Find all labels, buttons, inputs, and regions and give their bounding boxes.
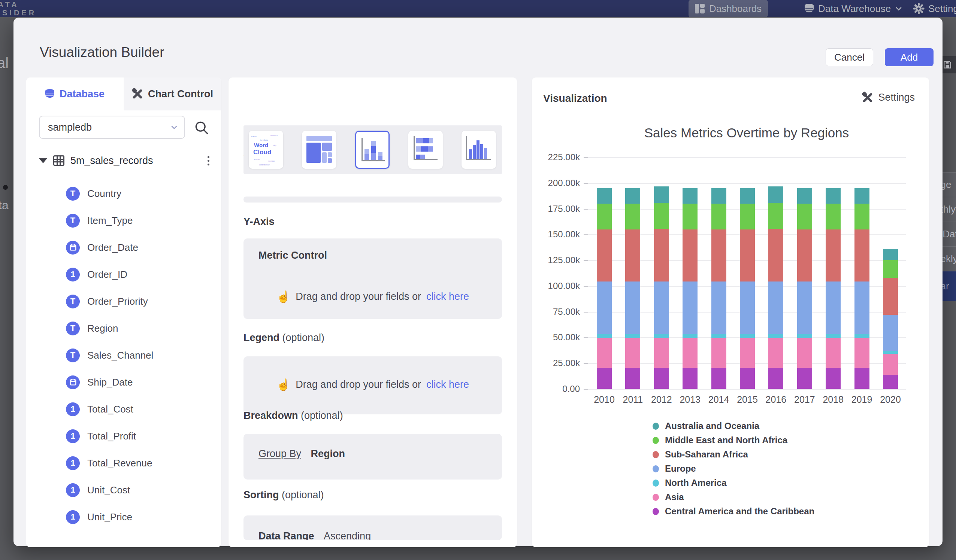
nav-dashboards[interactable]: Dashboards	[689, 0, 768, 17]
metric-control-title: Metric Control	[258, 250, 327, 261]
chevron-down-icon	[895, 6, 902, 11]
tab-database[interactable]: Database	[26, 77, 124, 110]
bar-segment	[740, 229, 755, 281]
field-list: TCountryTItem_TypeOrder_Date1Order_IDTOr…	[26, 180, 221, 530]
bar-segment	[711, 188, 726, 204]
field-row[interactable]: 1Total_Revenue	[26, 450, 221, 477]
bar-segment	[597, 338, 612, 368]
chart-type-word-cloud[interactable]: areas metrics keydata Word Cloud rely so…	[249, 131, 283, 169]
breakdown-dropzone[interactable]: Group By Region	[244, 434, 502, 480]
bar-segment	[883, 249, 898, 260]
legend-item[interactable]: Sub-Saharan Africa	[653, 447, 814, 461]
field-row[interactable]: TRegion	[26, 315, 221, 342]
chart-type-column[interactable]	[462, 131, 496, 169]
field-row[interactable]: 1Total_Profit	[26, 423, 221, 450]
x-axis-label: 2015	[732, 394, 762, 405]
tab-chart-control[interactable]: Chart Control	[124, 77, 221, 110]
search-icon[interactable]	[193, 119, 210, 136]
bar-segment	[682, 229, 698, 281]
bar-segment	[825, 229, 841, 281]
y-axis-label: 50.00k	[535, 332, 580, 342]
stacked-bar-2014	[711, 157, 726, 389]
click-here-link[interactable]: click here	[426, 379, 469, 391]
carousel-scrollbar[interactable]	[244, 196, 502, 202]
field-row[interactable]: 1Unit_Price	[26, 504, 221, 530]
table-tree-item[interactable]: 5m_sales_records	[39, 151, 210, 170]
legend-item[interactable]: Central America and the Caribbean	[653, 504, 814, 518]
add-button[interactable]: Add	[885, 48, 934, 66]
hand-click-icon: ☝	[277, 378, 290, 391]
database-select[interactable]: sampledb	[39, 116, 185, 139]
caret-down-icon	[39, 158, 47, 163]
field-name: Unit_Price	[87, 511, 132, 523]
bar-segment	[768, 203, 783, 229]
y-axis-label: 175.00k	[535, 204, 580, 214]
sorting-direction: Ascending	[324, 530, 371, 540]
x-axis-label: 2017	[790, 394, 820, 405]
field-name: Item_Type	[87, 215, 133, 226]
bar-segment	[883, 351, 898, 354]
bar-segment	[711, 338, 726, 368]
bar-segment	[654, 229, 669, 281]
field-row[interactable]: TCountry	[26, 180, 221, 207]
y-axis-tick	[583, 389, 588, 390]
legend-item[interactable]: North America	[653, 476, 814, 490]
chart-type-treemap[interactable]	[302, 131, 336, 169]
field-row[interactable]: TSales_Channel	[26, 342, 221, 369]
metric-control-dropzone[interactable]: Metric Control ☝ Drag and drop your fiel…	[244, 238, 502, 319]
visualization-panel: Visualization Settings Sales Metrics Ove…	[532, 77, 929, 547]
legend-dot	[653, 423, 659, 430]
bar-segment	[625, 368, 640, 389]
app-topbar: DATA INSIDER Dashboards Data Warehouse S…	[0, 0, 956, 17]
nav-settings[interactable]: Settings	[913, 0, 956, 17]
tools-icon	[132, 88, 143, 100]
stacked-bar-2013	[682, 157, 698, 389]
sorting-dropzone[interactable]: Data Range Ascending	[244, 516, 502, 540]
chart-type-carousel[interactable]: areas metrics keydata Word Cloud rely so…	[244, 125, 502, 174]
sorting-chip[interactable]: Data Range Ascending	[258, 530, 371, 540]
bar-segment	[768, 338, 783, 368]
field-name: Total_Revenue	[87, 457, 152, 469]
legend-label: Asia	[665, 492, 684, 502]
stacked-bar-2017	[797, 157, 812, 389]
y-axis-tick	[583, 157, 588, 158]
click-here-link[interactable]: click here	[426, 291, 469, 303]
bar-segment	[854, 188, 870, 204]
field-row[interactable]: 1Order_ID	[26, 261, 221, 288]
bar-segment	[597, 281, 612, 334]
y-axis-tick	[583, 363, 588, 364]
legend-dot	[653, 437, 659, 444]
field-row[interactable]: 1Total_Cost	[26, 396, 221, 423]
group-by-chip[interactable]: Group By Region	[258, 448, 345, 460]
legend-item[interactable]: Europe	[653, 461, 814, 476]
field-row[interactable]: Order_Date	[26, 234, 221, 261]
legend-item[interactable]: Middle East and North Africa	[653, 433, 814, 447]
bar-segment	[883, 260, 898, 278]
bar-segment	[740, 204, 755, 229]
settings-button[interactable]: Settings	[862, 92, 915, 103]
cancel-button[interactable]: Cancel	[825, 48, 873, 66]
y-axis-tick	[583, 234, 588, 235]
legend-dropzone[interactable]: ☝ Drag and drop your fields or click her…	[244, 356, 502, 414]
bar-segment	[597, 204, 612, 229]
legend-label: Middle East and North Africa	[665, 435, 788, 445]
legend-dot	[653, 494, 659, 501]
legend-item[interactable]: Asia	[653, 490, 814, 504]
legend-item[interactable]: Australia and Oceania	[653, 419, 814, 433]
chart-type-stacked-bar[interactable]	[408, 131, 443, 169]
field-row[interactable]: TOrder_Priority	[26, 288, 221, 315]
bar-segment	[597, 334, 612, 338]
nav-data-warehouse[interactable]: Data Warehouse	[805, 0, 910, 17]
chart-type-stacked-column[interactable]	[355, 131, 390, 169]
bar-segment	[740, 334, 755, 338]
field-row[interactable]: Ship_Date	[26, 369, 221, 396]
bar-segment	[625, 338, 640, 368]
field-row[interactable]: 1Unit_Cost	[26, 477, 221, 504]
table-icon	[53, 155, 64, 166]
bar-segment	[740, 338, 755, 368]
bar-segment	[825, 204, 841, 229]
more-options-icon[interactable]	[207, 156, 210, 165]
group-by-label: Group By	[258, 448, 301, 459]
field-row[interactable]: TItem_Type	[26, 207, 221, 234]
bar-segment	[682, 338, 698, 368]
